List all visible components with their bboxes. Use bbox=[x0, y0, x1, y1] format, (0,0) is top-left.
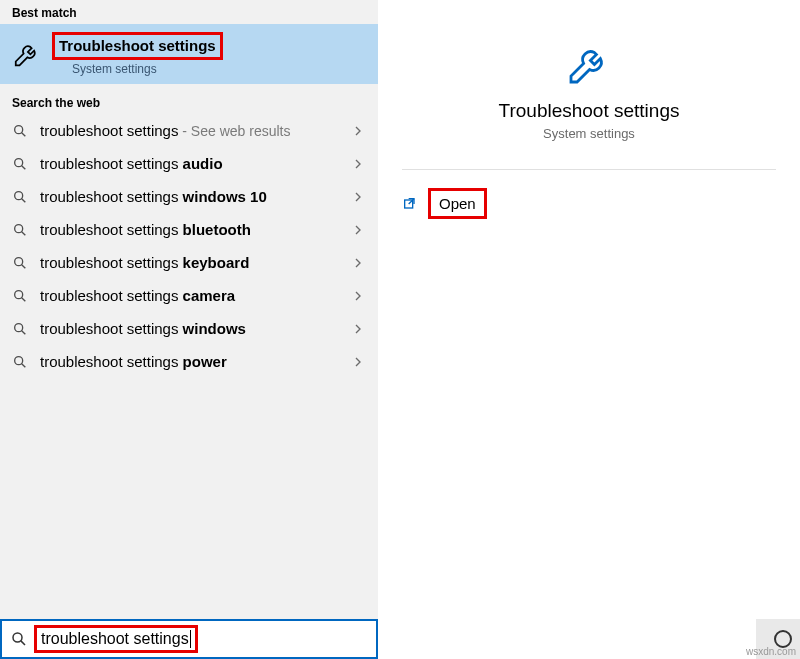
separator bbox=[402, 169, 776, 170]
open-label: Open bbox=[439, 195, 476, 212]
preview-panel: Troubleshoot settings System settings Op… bbox=[378, 0, 800, 659]
web-result-text: troubleshoot settings keyboard bbox=[40, 254, 350, 271]
svg-line-1 bbox=[22, 132, 26, 136]
preview-subtitle: System settings bbox=[378, 126, 800, 141]
web-result-item[interactable]: troubleshoot settings keyboard bbox=[0, 246, 378, 279]
web-result-text: troubleshoot settings power bbox=[40, 353, 350, 370]
svg-point-10 bbox=[15, 290, 23, 298]
web-result-item[interactable]: troubleshoot settings - See web results bbox=[0, 114, 378, 147]
spacer bbox=[0, 378, 378, 619]
web-result-text: troubleshoot settings bluetooth bbox=[40, 221, 350, 238]
web-result-item[interactable]: troubleshoot settings windows bbox=[0, 312, 378, 345]
search-icon bbox=[12, 321, 28, 337]
svg-point-12 bbox=[15, 323, 23, 331]
web-result-text: troubleshoot settings camera bbox=[40, 287, 350, 304]
web-result-item[interactable]: troubleshoot settings bluetooth bbox=[0, 213, 378, 246]
svg-line-17 bbox=[21, 641, 25, 645]
svg-point-6 bbox=[15, 224, 23, 232]
best-match-subtitle: System settings bbox=[72, 62, 223, 76]
search-web-header: Search the web bbox=[0, 90, 378, 114]
chevron-right-icon[interactable] bbox=[350, 123, 366, 139]
web-result-text: troubleshoot settings audio bbox=[40, 155, 350, 172]
svg-point-8 bbox=[15, 257, 23, 265]
open-action[interactable]: Open bbox=[402, 188, 800, 219]
chevron-right-icon[interactable] bbox=[350, 222, 366, 238]
svg-line-5 bbox=[22, 198, 26, 202]
svg-point-0 bbox=[15, 125, 23, 133]
svg-line-13 bbox=[22, 330, 26, 334]
search-icon bbox=[12, 354, 28, 370]
chevron-right-icon[interactable] bbox=[350, 156, 366, 172]
annotation-highlight-best-match: Troubleshoot settings bbox=[52, 32, 223, 60]
svg-point-4 bbox=[15, 191, 23, 199]
web-results-list: troubleshoot settings - See web results … bbox=[0, 114, 378, 378]
search-icon bbox=[10, 630, 28, 648]
web-result-item[interactable]: troubleshoot settings power bbox=[0, 345, 378, 378]
svg-line-15 bbox=[22, 363, 26, 367]
chevron-right-icon[interactable] bbox=[350, 255, 366, 271]
text-caret bbox=[190, 630, 191, 648]
open-external-icon bbox=[402, 196, 418, 212]
search-icon bbox=[12, 255, 28, 271]
svg-line-9 bbox=[22, 264, 26, 268]
best-match-item[interactable]: Troubleshoot settings System settings bbox=[0, 24, 378, 84]
search-results-panel: Best match Troubleshoot settings System … bbox=[0, 0, 378, 659]
web-result-text: troubleshoot settings - See web results bbox=[40, 122, 350, 139]
svg-point-2 bbox=[15, 158, 23, 166]
web-result-text: troubleshoot settings windows bbox=[40, 320, 350, 337]
web-result-item[interactable]: troubleshoot settings camera bbox=[0, 279, 378, 312]
svg-point-16 bbox=[13, 633, 22, 642]
search-input-text[interactable]: troubleshoot settings bbox=[41, 630, 189, 648]
best-match-title: Troubleshoot settings bbox=[59, 37, 216, 54]
wrench-icon bbox=[565, 40, 613, 88]
chevron-right-icon[interactable] bbox=[350, 354, 366, 370]
search-bar[interactable]: troubleshoot settings bbox=[0, 619, 378, 659]
svg-line-7 bbox=[22, 231, 26, 235]
search-icon bbox=[12, 123, 28, 139]
chevron-right-icon[interactable] bbox=[350, 288, 366, 304]
watermark: wsxdn.com bbox=[746, 646, 796, 657]
svg-line-11 bbox=[22, 297, 26, 301]
web-result-text: troubleshoot settings windows 10 bbox=[40, 188, 350, 205]
preview-title: Troubleshoot settings bbox=[378, 100, 800, 122]
search-icon bbox=[12, 156, 28, 172]
search-icon bbox=[12, 189, 28, 205]
svg-point-14 bbox=[15, 356, 23, 364]
svg-line-3 bbox=[22, 165, 26, 169]
web-result-item[interactable]: troubleshoot settings windows 10 bbox=[0, 180, 378, 213]
wrench-icon bbox=[12, 39, 42, 69]
annotation-highlight-search-input: troubleshoot settings bbox=[34, 625, 198, 653]
chevron-right-icon[interactable] bbox=[350, 189, 366, 205]
search-icon bbox=[12, 288, 28, 304]
chevron-right-icon[interactable] bbox=[350, 321, 366, 337]
web-result-item[interactable]: troubleshoot settings audio bbox=[0, 147, 378, 180]
annotation-highlight-open: Open bbox=[428, 188, 487, 219]
search-icon bbox=[12, 222, 28, 238]
best-match-header: Best match bbox=[0, 0, 378, 24]
